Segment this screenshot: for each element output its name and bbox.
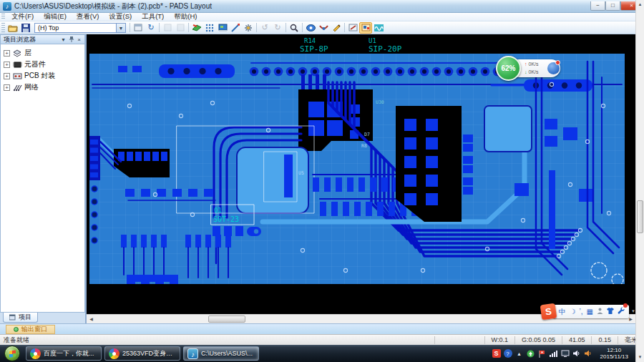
task-title: 百度一下，你就... <box>44 349 94 358</box>
undo-icon[interactable]: ↺ <box>258 22 271 34</box>
menu-file[interactable]: 文件(F) <box>6 12 39 21</box>
radial-move-icon[interactable] <box>242 22 255 34</box>
vertical-scrollbar[interactable]: ▲ ▼ <box>635 0 644 362</box>
ime-punctuation-icon[interactable]: ’, <box>580 305 583 318</box>
clock-time: 12:10 <box>600 347 628 353</box>
clock-date: 2015/11/13 <box>600 353 628 360</box>
ime-softkeyboard-icon[interactable]: ▦ <box>587 305 593 318</box>
panel-pin-icon[interactable] <box>67 36 75 44</box>
chevron-down-icon[interactable]: ▼ <box>116 24 125 32</box>
view-clearance-icon[interactable] <box>317 22 330 34</box>
memory-percent-ball[interactable]: 62% <box>496 56 521 81</box>
view-nets-icon[interactable] <box>304 22 317 34</box>
status-grid: G:0.05 0.05 <box>514 336 562 344</box>
output-window-label: 输出窗口 <box>21 325 47 334</box>
tray-show-hidden-icon[interactable]: ▲ <box>515 349 524 358</box>
tree-item-nets[interactable]: + 网络 <box>2 82 83 93</box>
panel-close-icon[interactable]: × <box>75 36 83 43</box>
expand-icon[interactable]: + <box>4 84 10 91</box>
tray-display-icon[interactable] <box>561 349 570 358</box>
layer-selector[interactable]: (H) Top ▼ <box>34 23 126 33</box>
windows-flag-icon <box>9 350 16 357</box>
tray-action-center-flag-icon[interactable] <box>538 349 547 358</box>
cut-icon[interactable] <box>161 22 174 34</box>
expand-icon[interactable]: + <box>4 73 10 79</box>
pcb-canvas[interactable]: Q1 SOT-23 <box>87 34 644 323</box>
pads-layout-window: ♪ C:\Users\ASUS\Desktop\模拟级 - 副本 (2).pcb… <box>0 0 644 362</box>
project-browser-panel: 项目浏览器 ▾ × + 层 + 元器件 <box>0 34 87 323</box>
new-window-icon[interactable] <box>132 22 145 34</box>
maximize-button[interactable]: □ <box>605 1 620 11</box>
ime-expand-arrow[interactable]: ▼ <box>631 309 635 313</box>
ime-toolbar[interactable]: S 中 ☽ ’, ▦ ▼ <box>541 303 635 319</box>
menu-tools[interactable]: 工具(T) <box>137 12 169 21</box>
tree-item-label: PCB 封装 <box>24 71 55 81</box>
hscroll-thumb[interactable] <box>208 315 245 323</box>
design-toolbar-icon[interactable] <box>359 22 372 34</box>
panel-menu-icon[interactable]: ▾ <box>59 36 67 43</box>
expand-icon[interactable]: + <box>4 62 10 68</box>
sogou-logo-icon[interactable]: S <box>540 303 557 320</box>
scroll-up-arrow[interactable]: ▲ <box>636 0 644 9</box>
status-y-coord: 0.15 <box>591 336 618 344</box>
title-bar: ♪ C:\Users\ASUS\Desktop\模拟级 - 副本 (2).pcb… <box>0 0 644 13</box>
top-label-r14: R14 <box>304 37 316 44</box>
app-icon: ♪ <box>3 2 11 11</box>
zoom-icon[interactable] <box>288 22 301 34</box>
taskbar-item-browser1[interactable]: 百度一下，你就... <box>26 346 102 361</box>
scroll-left-arrow[interactable]: ◀ <box>87 315 96 323</box>
menu-edit[interactable]: 编辑(E) <box>39 12 72 21</box>
status-empty-cell <box>434 336 484 344</box>
tree-item-decals[interactable]: + PCB 封装 <box>2 70 83 82</box>
tree-item-layers[interactable]: + 层 <box>2 47 83 59</box>
ime-skin-icon[interactable] <box>607 305 614 318</box>
menu-help[interactable]: 帮助(H) <box>169 12 202 21</box>
display-colors-icon[interactable] <box>216 22 229 34</box>
route-line-icon[interactable] <box>229 22 242 34</box>
tray-volume-icon[interactable] <box>572 349 581 358</box>
board-icon[interactable] <box>190 22 203 34</box>
tree-item-label: 层 <box>24 48 31 58</box>
project-tab[interactable]: 项目 <box>3 313 38 323</box>
grid-dots-icon[interactable] <box>203 22 216 34</box>
wave-analysis-icon[interactable] <box>372 22 385 34</box>
memory-percent: 62% <box>501 64 515 72</box>
expand-icon[interactable]: + <box>4 50 10 57</box>
system-tray: S ? ▲ 12:10 2015/11/13 <box>492 345 644 362</box>
brush-icon[interactable] <box>330 22 343 34</box>
redraw-icon[interactable]: ↻ <box>145 22 157 34</box>
menu-view[interactable]: 查看(V) <box>72 12 104 21</box>
open-file-icon[interactable] <box>6 22 19 34</box>
windows-taskbar: 百度一下，你就... 25363VFD变身串... ♪ C:\Users\ASU… <box>0 345 644 362</box>
taskbar-clock[interactable]: 12:10 2015/11/13 <box>595 347 633 360</box>
browser-pinwheel-icon <box>30 348 41 359</box>
window-title: C:\Users\ASUS\Desktop\模拟级 - 副本 (2).pcb* … <box>14 1 590 11</box>
save-icon[interactable] <box>19 22 32 34</box>
drafting-toolbar-icon[interactable] <box>346 22 359 34</box>
ime-fullhalf-icon[interactable]: ☽ <box>570 305 576 318</box>
tree-item-components[interactable]: + 元器件 <box>2 59 83 70</box>
start-button[interactable] <box>4 346 20 361</box>
output-window-tab[interactable]: 输出窗口 <box>6 325 55 334</box>
redo-icon[interactable]: ↻ <box>271 22 284 34</box>
minimize-button[interactable]: − <box>590 1 605 11</box>
tray-sogou-icon[interactable]: S <box>492 349 501 358</box>
ime-account-icon[interactable] <box>597 305 603 318</box>
pcb-decal-icon <box>12 72 22 80</box>
tray-update-shield-icon[interactable] <box>527 349 535 358</box>
ime-chinese-mode-icon[interactable]: 中 <box>559 305 566 318</box>
layer-selector-value: (H) Top <box>35 24 116 31</box>
taskbar-item-browser2[interactable]: 25363VFD变身串... <box>104 346 180 361</box>
main-toolbar: (H) Top ▼ ↻ ↺ ↻ <box>0 21 644 34</box>
net-speed-widget[interactable]: 62% 0K/s 0K/s <box>496 56 562 82</box>
tray-network-signal-icon[interactable] <box>550 349 558 358</box>
scroll-down-arrow[interactable]: ▼ <box>636 353 644 362</box>
tree-item-label: 元器件 <box>24 59 46 69</box>
taskbar-item-pads[interactable]: ♪ C:\Users\ASUS\... <box>183 346 259 361</box>
output-window-bar: 输出窗口 <box>0 323 644 334</box>
vscroll-thumb[interactable] <box>637 200 643 233</box>
menu-setup[interactable]: 设置(S) <box>104 12 137 21</box>
tray-help-icon[interactable]: ? <box>504 349 512 358</box>
copy-icon[interactable] <box>174 22 187 34</box>
tray-audio-manager-icon[interactable] <box>584 349 592 358</box>
